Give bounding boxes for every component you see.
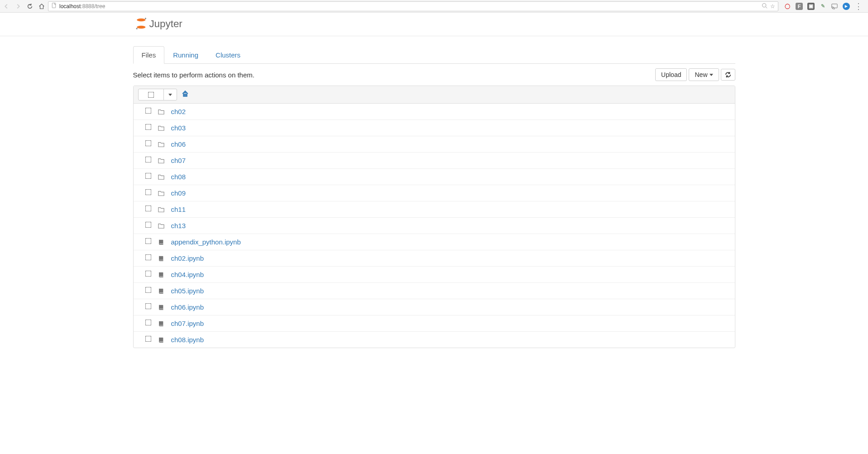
item-link[interactable]: ch04.ipynb [171,271,204,278]
list-item: ch07.ipynb [134,315,735,332]
item-link[interactable]: appendix_python.ipynb [171,238,241,246]
item-link[interactable]: ch13 [171,222,186,229]
refresh-icon [725,72,731,78]
notebook-icon [158,255,165,262]
list-item: ch02 [134,104,735,120]
list-item: ch08 [134,169,735,185]
list-item: ch06 [134,136,735,153]
back-icon[interactable] [3,3,10,10]
folder-icon [158,158,165,164]
select-all-checkbox[interactable] [148,91,154,98]
folder-icon [158,190,165,196]
breadcrumb-home-icon[interactable] [182,90,189,99]
reload-icon[interactable] [26,3,34,10]
chevron-down-icon [168,94,172,96]
item-checkbox[interactable] [145,173,151,179]
item-checkbox[interactable] [145,189,151,196]
svg-point-5 [137,26,145,29]
item-link[interactable]: ch06.ipynb [171,303,204,311]
url-bar[interactable]: localhost:8888/tree ☆ [48,1,778,11]
url-host: localhost [59,3,81,10]
svg-point-1 [762,3,766,7]
page-icon [51,3,57,10]
forward-icon[interactable] [14,3,22,10]
item-link[interactable]: ch06 [171,140,186,148]
list-item: ch05.ipynb [134,283,735,299]
list-item: ch02.ipynb [134,250,735,267]
item-checkbox[interactable] [145,238,151,244]
notebook-icon [158,320,165,327]
zoom-icon[interactable] [762,3,767,10]
item-link[interactable]: ch08 [171,173,186,181]
item-checkbox[interactable] [145,205,151,212]
svg-point-4 [137,19,145,21]
list-item: ch11 [134,201,735,218]
cast-icon[interactable] [831,3,838,10]
item-link[interactable]: ch08.ipynb [171,336,204,344]
svg-rect-0 [52,3,56,8]
item-checkbox[interactable] [145,320,151,326]
item-link[interactable]: ch07 [171,157,186,164]
svg-point-7 [136,28,137,29]
item-checkbox[interactable] [145,336,151,342]
list-item: ch06.ipynb [134,299,735,315]
folder-icon [158,206,165,213]
url-rest: :8888/tree [81,3,105,10]
notebook-icon [158,239,165,245]
home-icon[interactable] [38,3,45,10]
list-header [134,86,735,104]
list-item: ch04.ipynb [134,267,735,283]
item-link[interactable]: ch11 [171,205,186,213]
ext-icon-3[interactable]: ▣ [807,3,815,10]
chevron-down-icon [710,74,713,76]
item-link[interactable]: ch03 [171,124,186,132]
item-link[interactable]: ch02.ipynb [171,254,204,262]
new-button[interactable]: New [689,68,719,81]
tab-files[interactable]: Files [133,46,165,64]
folder-icon [158,174,165,180]
item-link[interactable]: ch05.ipynb [171,287,204,295]
item-checkbox[interactable] [145,140,151,147]
ext-icon-4[interactable]: ✎ [819,3,826,10]
bookmark-star-icon[interactable]: ☆ [770,3,775,10]
ext-icon-5[interactable]: ▸ [843,3,850,10]
item-checkbox[interactable] [145,271,151,277]
list-item: ch03 [134,120,735,136]
upload-button[interactable]: Upload [655,68,687,81]
action-hint: Select items to perform actions on them. [133,71,654,79]
folder-icon [158,125,165,131]
item-link[interactable]: ch09 [171,189,186,197]
tabs: FilesRunningClusters [133,46,735,64]
item-checkbox[interactable] [145,303,151,310]
notebook-icon [158,288,165,294]
list-item: ch08.ipynb [134,332,735,348]
list-item: ch07 [134,153,735,169]
item-link[interactable]: ch02 [171,108,186,115]
ext-icon-2[interactable]: F [796,3,803,10]
chrome-menu-icon[interactable]: ⋮ [854,2,863,10]
svg-line-2 [766,6,767,8]
tab-clusters[interactable]: Clusters [207,46,249,64]
list-item: appendix_python.ipynb [134,234,735,250]
notebook-icon [158,272,165,278]
svg-rect-3 [832,4,837,8]
item-checkbox[interactable] [145,254,151,261]
item-link[interactable]: ch07.ipynb [171,320,204,327]
item-checkbox[interactable] [145,287,151,293]
folder-icon [158,223,165,229]
folder-icon [158,109,165,115]
ext-icon-1[interactable]: ◯ [784,3,791,10]
list-item: ch13 [134,218,735,234]
item-checkbox[interactable] [145,108,151,114]
file-list: ch02ch03ch06ch07ch08ch09ch11ch13appendix… [133,86,735,348]
list-item: ch09 [134,185,735,201]
refresh-button[interactable] [721,69,735,81]
item-checkbox[interactable] [145,124,151,130]
select-all-dropdown[interactable] [138,89,177,100]
item-checkbox[interactable] [145,222,151,228]
jupyter-logo[interactable]: Jupyter [133,15,210,32]
folder-icon [158,141,165,148]
notebook-icon [158,304,165,311]
tab-running[interactable]: Running [164,46,207,64]
item-checkbox[interactable] [145,157,151,163]
